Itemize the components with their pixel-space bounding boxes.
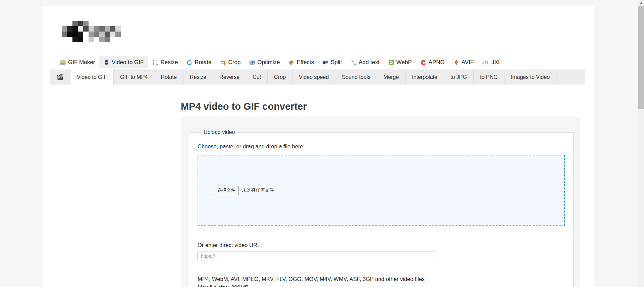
- optimize-icon: [249, 60, 255, 65]
- sub-tab-to-jpg[interactable]: to JPG: [444, 69, 474, 85]
- sub-tab-sound-tools[interactable]: Sound tools: [335, 69, 377, 85]
- choose-file-button[interactable]: 选择文件: [214, 186, 239, 195]
- main-nav-effects[interactable]: Effects: [284, 56, 318, 68]
- main-nav-add-text[interactable]: Add text: [346, 56, 384, 68]
- main-nav-avif[interactable]: AVIF: [449, 56, 478, 68]
- main-nav-label: Split: [331, 59, 342, 66]
- rotate-icon: [186, 60, 192, 65]
- file-input-row: 选择文件 未选择任何文件: [214, 186, 274, 195]
- main-nav-label: Effects: [297, 59, 314, 66]
- scroll-up-arrow-icon: [640, 2, 643, 4]
- main-nav-label: Crop: [228, 59, 241, 66]
- sub-tab-video-speed[interactable]: Video speed: [292, 69, 335, 85]
- jxl-icon: JXL: [482, 60, 489, 65]
- effects-icon: [288, 60, 294, 65]
- sub-tab-video-to-gif[interactable]: Video to GIF: [70, 69, 114, 85]
- sub-nav-home-tab[interactable]: [50, 69, 70, 85]
- pixelated-logo-blocks: [62, 21, 121, 42]
- scrollbar-thumb[interactable]: [638, 6, 644, 109]
- url-label: Or enter direct video URL:: [198, 242, 565, 248]
- supported-formats-text: MP4, WebM, AVI, MPEG, MKV, FLV, OGG, MOV…: [198, 276, 565, 282]
- sub-tab-images-to-video[interactable]: Images to Video: [504, 69, 556, 85]
- upload-legend: Upload video: [202, 129, 237, 135]
- page-title: MP4 video to GIF converter: [181, 101, 307, 112]
- svg-text:JXL: JXL: [482, 61, 489, 65]
- main-nav-label: WebP: [396, 59, 412, 66]
- sub-tab-interpolate[interactable]: Interpolate: [406, 69, 444, 85]
- main-nav-video-to-gif[interactable]: Video to GIF: [99, 56, 148, 68]
- sub-tab-gif-to-mp4[interactable]: GIF to MP4: [114, 69, 154, 85]
- scrollbar-up-button[interactable]: [638, 0, 644, 6]
- main-nav-rotate[interactable]: Rotate: [182, 56, 216, 68]
- sub-nav: Video to GIF GIF to MP4 Rotate Resize Re…: [50, 69, 585, 85]
- main-nav-label: AVIF: [462, 59, 474, 66]
- main-nav-jxl[interactable]: JXL JXL: [478, 56, 505, 68]
- sub-tab-to-png[interactable]: to PNG: [474, 69, 504, 85]
- main-nav: GIF Maker Video to GIF Resize Rotate Cro…: [56, 56, 506, 68]
- main-nav-split[interactable]: Split: [318, 56, 346, 68]
- main-nav-label: Optimize: [257, 59, 280, 66]
- scrollbar: [638, 0, 644, 287]
- sub-tab-crop[interactable]: Crop: [268, 69, 292, 85]
- gif-maker-icon: [60, 60, 66, 65]
- file-status-text: 未选择任何文件: [242, 187, 274, 193]
- clapperboard-icon: [56, 73, 64, 81]
- sub-tab-resize[interactable]: Resize: [183, 69, 213, 85]
- crop-icon: [220, 60, 226, 65]
- sub-tab-cut[interactable]: Cut: [246, 69, 268, 85]
- main-nav-webp[interactable]: WebP: [384, 56, 416, 68]
- add-text-icon: [351, 60, 356, 65]
- apng-icon: [421, 60, 426, 65]
- main-nav-apng[interactable]: APNG: [416, 56, 449, 68]
- sub-tab-merge[interactable]: Merge: [377, 69, 406, 85]
- file-dropzone[interactable]: 选择文件 未选择任何文件: [198, 155, 565, 226]
- main-nav-label: Video to GIF: [112, 59, 144, 66]
- video-url-input[interactable]: [198, 251, 435, 261]
- main-nav-label: Resize: [160, 59, 178, 66]
- main-nav-crop[interactable]: Crop: [216, 56, 245, 68]
- split-icon: [323, 60, 328, 65]
- video-to-gif-icon: [104, 60, 109, 65]
- main-nav-label: GIF Maker: [68, 59, 95, 66]
- sub-tab-reverse[interactable]: Reverse: [213, 69, 246, 85]
- webp-icon: [388, 60, 394, 65]
- choose-file-label: Choose, paste, or drag and drop a file h…: [198, 143, 565, 150]
- site-logo[interactable]: [56, 21, 136, 43]
- main-nav-label: Rotate: [195, 59, 211, 66]
- upload-fieldset: Upload video Choose, paste, or drag and …: [189, 129, 574, 287]
- main-nav-optimize[interactable]: Optimize: [245, 56, 284, 68]
- main-nav-gif-maker[interactable]: GIF Maker: [56, 56, 99, 68]
- max-file-size-text: Max file size: 200MB: [198, 284, 565, 287]
- main-nav-label: JXL: [491, 59, 501, 66]
- main-nav-resize[interactable]: Resize: [148, 56, 182, 68]
- avif-icon: [453, 60, 459, 65]
- main-nav-label: Add text: [359, 59, 379, 66]
- content-panel: Upload video Choose, paste, or drag and …: [181, 117, 580, 287]
- resize-icon: [152, 60, 158, 65]
- page-card: GIF Maker Video to GIF Resize Rotate Cro…: [43, 6, 594, 287]
- sub-tab-rotate[interactable]: Rotate: [154, 69, 183, 85]
- main-nav-label: APNG: [429, 59, 445, 66]
